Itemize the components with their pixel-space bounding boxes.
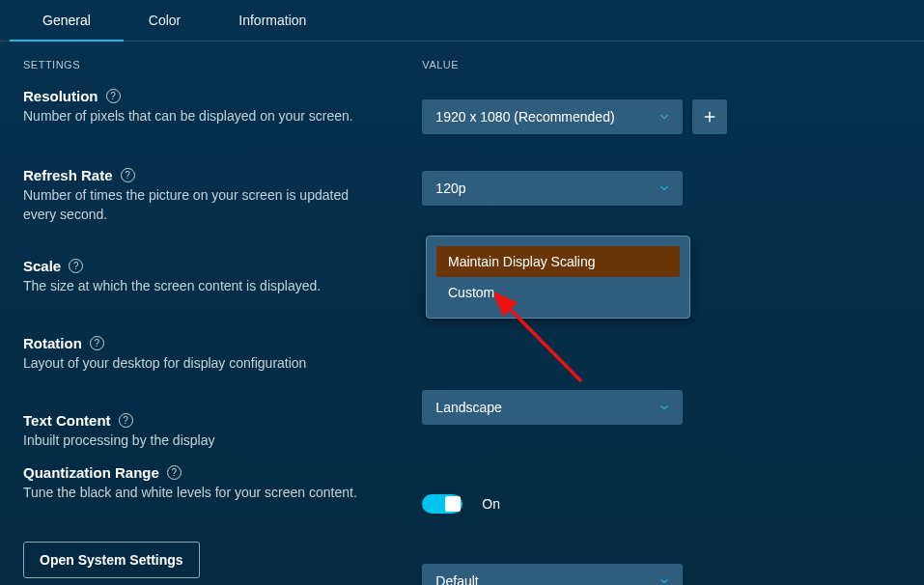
value-column: VALUE 1920 x 1080 (Recommended) 120p <box>422 59 901 585</box>
value-header: VALUE <box>422 59 901 70</box>
scale-dropdown-open: Maintain Display Scaling Custom <box>426 236 690 319</box>
scale-title: Scale <box>23 258 61 274</box>
help-icon[interactable]: ? <box>121 168 135 182</box>
open-system-settings-button[interactable]: Open System Settings <box>23 542 200 578</box>
chevron-down-icon <box>658 110 671 124</box>
setting-text-content: Text Content ? Inbuilt processing by the… <box>23 412 422 455</box>
chevron-down-icon <box>658 574 671 585</box>
resolution-value: 1920 x 1080 (Recommended) <box>435 109 614 125</box>
help-icon[interactable]: ? <box>167 465 182 480</box>
refresh-desc: Number of times the picture on your scre… <box>23 185 380 225</box>
help-icon[interactable]: ? <box>69 259 83 273</box>
tabs-bar: General Color Information <box>0 0 924 42</box>
quantization-value: Default <box>435 573 478 585</box>
quantization-title: Quantization Range <box>23 464 159 481</box>
tab-general[interactable]: General <box>42 0 91 42</box>
rotation-select[interactable]: Landscape <box>422 390 683 425</box>
help-icon[interactable]: ? <box>90 336 104 350</box>
value-quantization-row: Default <box>422 554 901 585</box>
value-resolution-row: 1920 x 1080 (Recommended) <box>422 88 901 146</box>
quantization-select[interactable]: Default <box>422 564 683 585</box>
scale-option-maintain[interactable]: Maintain Display Scaling <box>436 246 680 277</box>
scale-option-custom[interactable]: Custom <box>436 277 680 308</box>
chevron-down-icon <box>658 181 671 195</box>
resolution-select[interactable]: 1920 x 1080 (Recommended) <box>422 99 683 134</box>
text-content-state: On <box>482 496 500 512</box>
add-resolution-button[interactable] <box>692 99 727 134</box>
help-icon[interactable]: ? <box>106 89 121 103</box>
scale-desc: The size at which the screen content is … <box>23 276 380 295</box>
chevron-down-icon <box>658 401 671 414</box>
textcontent-desc: Inbuilt processing by the display <box>23 431 380 450</box>
refresh-rate-select[interactable]: 120p <box>422 171 683 206</box>
toggle-knob <box>445 496 461 512</box>
help-icon[interactable]: ? <box>119 413 133 428</box>
tab-information[interactable]: Information <box>238 0 306 42</box>
rotation-value: Landscape <box>435 400 502 415</box>
settings-column: SETTINGS Resolution ? Number of pixels t… <box>23 59 422 585</box>
value-rotation-row: Landscape <box>422 386 901 454</box>
setting-quantization-range: Quantization Range ? Tune the black and … <box>23 464 422 528</box>
settings-header: SETTINGS <box>23 59 422 70</box>
refresh-title: Refresh Rate <box>23 167 113 183</box>
textcontent-title: Text Content <box>23 412 111 429</box>
tab-color[interactable]: Color <box>149 0 181 42</box>
text-content-toggle[interactable] <box>422 494 462 514</box>
rotation-title: Rotation <box>23 335 82 351</box>
resolution-title: Resolution <box>23 88 98 104</box>
setting-scale: Scale ? The size at which the screen con… <box>23 258 422 318</box>
setting-rotation: Rotation ? Layout of your desktop for di… <box>23 335 422 389</box>
setting-resolution: Resolution ? Number of pixels that can b… <box>23 88 422 140</box>
value-text-content-row: On <box>422 479 901 529</box>
setting-refresh-rate: Refresh Rate ? Number of times the pictu… <box>23 167 422 246</box>
quantization-desc: Tune the black and white levels for your… <box>23 483 380 502</box>
refresh-value: 120p <box>435 181 465 196</box>
rotation-desc: Layout of your desktop for display confi… <box>23 353 380 373</box>
resolution-desc: Number of pixels that can be displayed o… <box>23 106 380 125</box>
